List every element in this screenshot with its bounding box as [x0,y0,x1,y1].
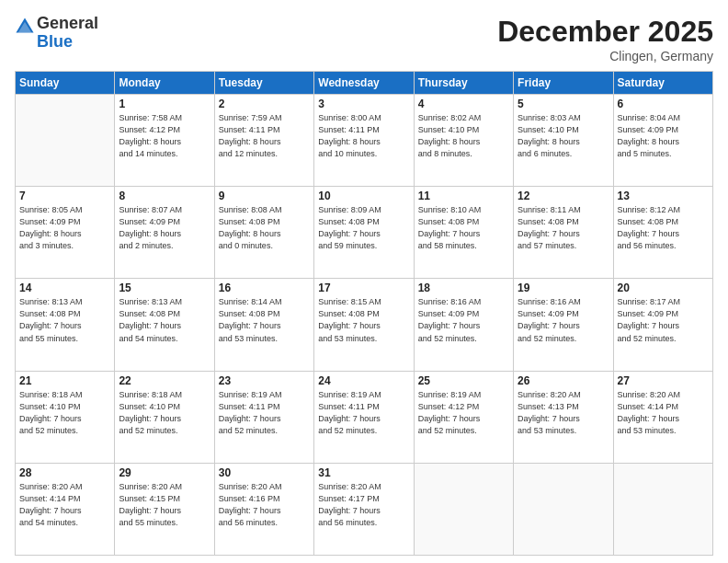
header-day-thursday: Thursday [414,72,513,95]
calendar-cell: 2Sunrise: 7:59 AM Sunset: 4:11 PM Daylig… [214,95,313,187]
day-info: Sunrise: 7:59 AM Sunset: 4:11 PM Dayligh… [219,112,310,160]
calendar-cell: 16Sunrise: 8:14 AM Sunset: 4:08 PM Dayli… [214,279,313,371]
day-info: Sunrise: 8:10 AM Sunset: 4:08 PM Dayligh… [418,204,509,252]
calendar-cell: 4Sunrise: 8:02 AM Sunset: 4:10 PM Daylig… [414,95,513,187]
day-number: 30 [219,466,310,479]
day-number: 12 [518,190,609,202]
day-info: Sunrise: 8:18 AM Sunset: 4:10 PM Dayligh… [19,389,110,437]
day-info: Sunrise: 8:02 AM Sunset: 4:10 PM Dayligh… [418,112,509,160]
calendar-cell: 25Sunrise: 8:19 AM Sunset: 4:12 PM Dayli… [414,371,513,463]
day-number: 18 [418,282,509,294]
day-number: 21 [19,374,110,387]
day-info: Sunrise: 8:15 AM Sunset: 4:08 PM Dayligh… [318,296,409,344]
header-day-saturday: Saturday [613,72,712,95]
day-info: Sunrise: 8:17 AM Sunset: 4:09 PM Dayligh… [618,296,709,344]
calendar-cell: 19Sunrise: 8:16 AM Sunset: 4:09 PM Dayli… [514,279,613,371]
day-info: Sunrise: 8:19 AM Sunset: 4:12 PM Dayligh… [418,389,509,437]
calendar-cell: 28Sunrise: 8:20 AM Sunset: 4:14 PM Dayli… [16,463,115,555]
day-number: 2 [219,98,310,110]
calendar-body: 1Sunrise: 7:58 AM Sunset: 4:12 PM Daylig… [16,95,713,556]
calendar-cell [613,463,712,555]
calendar-cell: 14Sunrise: 8:13 AM Sunset: 4:08 PM Dayli… [16,279,115,371]
day-info: Sunrise: 8:05 AM Sunset: 4:09 PM Dayligh… [19,204,110,252]
calendar-header: SundayMondayTuesdayWednesdayThursdayFrid… [16,72,713,95]
day-number: 15 [119,282,210,294]
day-number: 10 [318,190,409,202]
calendar-cell: 21Sunrise: 8:18 AM Sunset: 4:10 PM Dayli… [16,371,115,463]
calendar-cell: 22Sunrise: 8:18 AM Sunset: 4:10 PM Dayli… [115,371,214,463]
day-number: 11 [418,190,509,202]
day-info: Sunrise: 8:12 AM Sunset: 4:08 PM Dayligh… [618,204,709,252]
day-number: 23 [219,374,310,387]
day-number: 3 [318,98,409,110]
calendar-cell: 15Sunrise: 8:13 AM Sunset: 4:08 PM Dayli… [115,279,214,371]
page-container: General Blue December 2025 Clingen, Germ… [0,0,728,563]
day-info: Sunrise: 8:20 AM Sunset: 4:13 PM Dayligh… [518,389,609,437]
day-info: Sunrise: 8:00 AM Sunset: 4:11 PM Dayligh… [318,112,409,160]
day-info: Sunrise: 8:04 AM Sunset: 4:09 PM Dayligh… [618,112,709,160]
calendar-cell: 9Sunrise: 8:08 AM Sunset: 4:08 PM Daylig… [214,187,313,279]
calendar-cell: 20Sunrise: 8:17 AM Sunset: 4:09 PM Dayli… [613,279,712,371]
day-info: Sunrise: 8:09 AM Sunset: 4:08 PM Dayligh… [318,204,409,252]
day-number: 16 [219,282,310,294]
day-number: 6 [618,98,709,110]
day-info: Sunrise: 8:13 AM Sunset: 4:08 PM Dayligh… [19,296,110,344]
calendar-cell: 26Sunrise: 8:20 AM Sunset: 4:13 PM Dayli… [514,371,613,463]
day-info: Sunrise: 8:18 AM Sunset: 4:10 PM Dayligh… [119,389,210,437]
week-row-0: 1Sunrise: 7:58 AM Sunset: 4:12 PM Daylig… [16,95,713,187]
day-number: 27 [618,374,709,387]
day-number: 9 [219,190,310,202]
calendar-cell: 1Sunrise: 7:58 AM Sunset: 4:12 PM Daylig… [115,95,214,187]
day-info: Sunrise: 8:11 AM Sunset: 4:08 PM Dayligh… [518,204,609,252]
calendar-cell: 8Sunrise: 8:07 AM Sunset: 4:09 PM Daylig… [115,187,214,279]
logo-icon [15,17,35,37]
day-number: 31 [318,466,409,479]
day-info: Sunrise: 8:14 AM Sunset: 4:08 PM Dayligh… [219,296,310,344]
calendar-cell: 17Sunrise: 8:15 AM Sunset: 4:08 PM Dayli… [314,279,414,371]
header-row: SundayMondayTuesdayWednesdayThursdayFrid… [16,72,713,95]
day-number: 28 [19,466,110,479]
header-day-sunday: Sunday [16,72,115,95]
calendar-cell: 7Sunrise: 8:05 AM Sunset: 4:09 PM Daylig… [16,187,115,279]
header: General Blue December 2025 Clingen, Germ… [15,15,713,63]
day-info: Sunrise: 8:08 AM Sunset: 4:08 PM Dayligh… [219,204,310,252]
calendar-cell: 12Sunrise: 8:11 AM Sunset: 4:08 PM Dayli… [514,187,613,279]
week-row-4: 28Sunrise: 8:20 AM Sunset: 4:14 PM Dayli… [16,463,713,555]
calendar-cell: 3Sunrise: 8:00 AM Sunset: 4:11 PM Daylig… [314,95,414,187]
day-info: Sunrise: 8:13 AM Sunset: 4:08 PM Dayligh… [119,296,210,344]
calendar-cell: 23Sunrise: 8:19 AM Sunset: 4:11 PM Dayli… [214,371,313,463]
day-number: 17 [318,282,409,294]
header-day-tuesday: Tuesday [214,72,313,95]
day-info: Sunrise: 8:19 AM Sunset: 4:11 PM Dayligh… [318,389,409,437]
calendar-cell: 11Sunrise: 8:10 AM Sunset: 4:08 PM Dayli… [414,187,513,279]
day-number: 13 [618,190,709,202]
day-number: 7 [19,190,110,202]
month-title: December 2025 [497,15,713,49]
day-number: 14 [19,282,110,294]
calendar-cell [414,463,513,555]
day-info: Sunrise: 8:03 AM Sunset: 4:10 PM Dayligh… [518,112,609,160]
calendar-cell: 13Sunrise: 8:12 AM Sunset: 4:08 PM Dayli… [613,187,712,279]
day-info: Sunrise: 7:58 AM Sunset: 4:12 PM Dayligh… [119,112,210,160]
logo-general: General [37,15,98,33]
day-info: Sunrise: 8:16 AM Sunset: 4:09 PM Dayligh… [418,296,509,344]
day-info: Sunrise: 8:16 AM Sunset: 4:09 PM Dayligh… [518,296,609,344]
day-number: 5 [518,98,609,110]
title-block: December 2025 Clingen, Germany [497,15,713,63]
day-number: 20 [618,282,709,294]
location: Clingen, Germany [497,49,713,63]
day-number: 4 [418,98,509,110]
day-number: 29 [119,466,210,479]
day-info: Sunrise: 8:20 AM Sunset: 4:15 PM Dayligh… [119,481,210,529]
header-day-friday: Friday [514,72,613,95]
calendar-cell: 31Sunrise: 8:20 AM Sunset: 4:17 PM Dayli… [314,463,414,555]
week-row-2: 14Sunrise: 8:13 AM Sunset: 4:08 PM Dayli… [16,279,713,371]
calendar-cell [16,95,115,187]
day-info: Sunrise: 8:20 AM Sunset: 4:17 PM Dayligh… [318,481,409,529]
calendar-cell: 24Sunrise: 8:19 AM Sunset: 4:11 PM Dayli… [314,371,414,463]
day-info: Sunrise: 8:20 AM Sunset: 4:14 PM Dayligh… [19,481,110,529]
day-info: Sunrise: 8:19 AM Sunset: 4:11 PM Dayligh… [219,389,310,437]
calendar-table: SundayMondayTuesdayWednesdayThursdayFrid… [15,71,713,556]
day-info: Sunrise: 8:20 AM Sunset: 4:14 PM Dayligh… [618,389,709,437]
logo-blue: Blue [37,33,98,52]
